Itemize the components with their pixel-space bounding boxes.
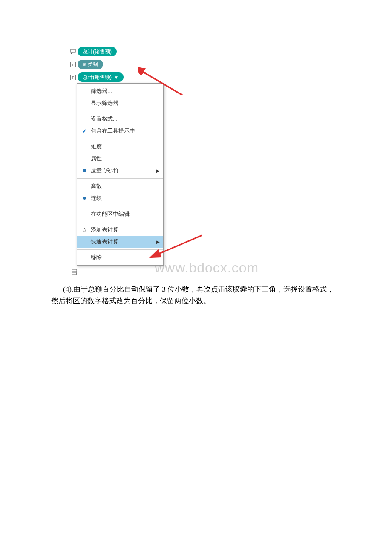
menu-item-edit-in-shelf[interactable]: 在功能区中编辑: [77, 208, 163, 220]
tooltip-mark-icon: [68, 49, 78, 55]
paragraph-prefix: (4).: [51, 285, 73, 293]
tableau-screenshot: 总计(销售额) T ⊞ 类别 T 总计(销售额) ▼: [67, 45, 194, 279]
menu-item-discrete[interactable]: 离散: [77, 180, 163, 192]
svg-text:T: T: [72, 75, 74, 80]
chevron-down-icon[interactable]: ▼: [114, 75, 118, 80]
new-sheet-icon[interactable]: +: [69, 268, 81, 278]
menu-item-dimension[interactable]: 维度: [77, 141, 163, 153]
menu-item-remove[interactable]: 移除: [77, 251, 163, 263]
bullet-icon: [83, 169, 86, 172]
menu-item-measure[interactable]: 度量 (总计) ▶: [77, 165, 163, 176]
menu-item-attribute[interactable]: 属性: [77, 153, 163, 165]
menu-item-format[interactable]: 设置格式...: [77, 113, 163, 125]
check-icon: ✓: [82, 128, 87, 134]
context-menu: 筛选器... 显示筛选器 设置格式... ✓ 包含在工具提示中: [77, 83, 164, 266]
marks-shelf-area: 总计(销售额) T ⊞ 类别 T 总计(销售额) ▼: [67, 45, 194, 84]
category-pill[interactable]: ⊞ 类别: [78, 60, 103, 69]
label-shelf-row-2: T 总计(销售额) ▼: [67, 71, 194, 84]
svg-text:T: T: [72, 63, 74, 67]
chevron-right-icon: ▶: [156, 168, 160, 173]
paragraph-text: 由于总额百分比自动保留了 3 位小数，再次点击该胶囊的下三角，选择设置格式，然后…: [51, 285, 334, 305]
pill-label: 总计(销售额): [83, 48, 112, 55]
label-shelf-row-1: T ⊞ 类别: [67, 58, 194, 71]
menu-item-include-tooltip[interactable]: ✓ 包含在工具提示中: [77, 125, 163, 137]
menu-item-add-table-calc[interactable]: △ 添加表计算...: [77, 224, 163, 236]
sales-pill[interactable]: 总计(销售额) ▼: [78, 72, 124, 82]
paragraph: (4).由于总额百分比自动保留了 3 位小数，再次点击该胶囊的下三角，选择设置格…: [51, 283, 341, 306]
svg-text:+: +: [75, 272, 78, 275]
menu-item-filter[interactable]: 筛选器...: [77, 85, 163, 97]
menu-item-quick-table-calc[interactable]: 快速表计算 ▶: [77, 236, 163, 248]
text-mark-icon: T: [68, 62, 78, 67]
svg-line-9: [157, 235, 202, 254]
plus-icon: ⊞: [83, 62, 86, 67]
tooltip-shelf-row: 总计(销售额): [67, 45, 194, 58]
sheet-tab-bar: +: [67, 266, 194, 279]
menu-item-continuous[interactable]: 连续: [77, 192, 163, 204]
chevron-right-icon: ▶: [156, 240, 160, 244]
pill-label: 类别: [88, 61, 98, 68]
text-mark-icon: T: [68, 75, 78, 80]
tooltip-pill[interactable]: 总计(销售额): [78, 47, 117, 56]
menu-item-show-filter[interactable]: 显示筛选器: [77, 97, 163, 109]
bullet-icon: [83, 197, 86, 200]
delta-icon: △: [83, 227, 86, 233]
pill-label: 总计(销售额): [83, 74, 112, 81]
